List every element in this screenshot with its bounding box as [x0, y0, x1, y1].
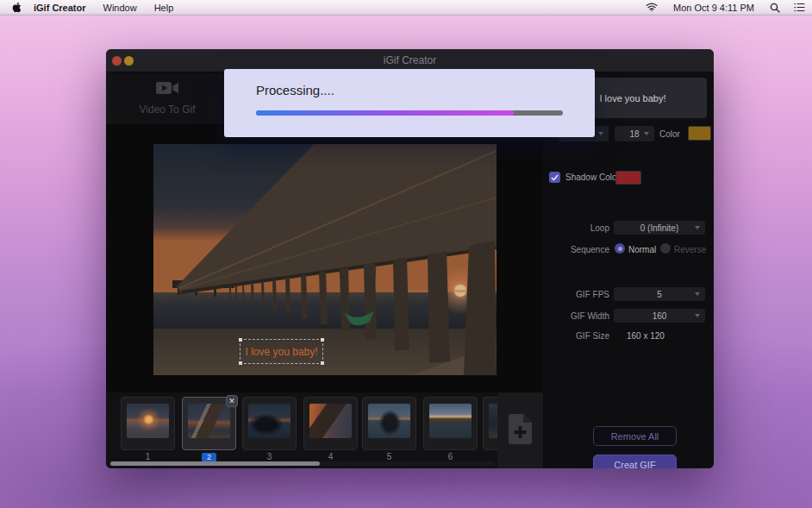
desktop: iGif Creator Window Help Mon Oct 9 4:11 …	[0, 0, 812, 508]
add-file-icon[interactable]	[509, 414, 532, 448]
progress-bar-track	[256, 110, 563, 116]
check-icon	[551, 174, 559, 181]
search-icon[interactable]	[770, 3, 780, 13]
frame-number: 4	[303, 452, 358, 461]
text-overlay-selection[interactable]: I love you baby!	[240, 339, 323, 364]
window-title: iGif Creator	[106, 54, 714, 66]
thumbnail-image	[368, 404, 410, 438]
thumbnail-image	[429, 404, 472, 438]
menu-app-name[interactable]: iGif Creator	[34, 3, 86, 13]
frame-number: 6	[423, 452, 478, 461]
thumbnail-image	[248, 404, 290, 438]
processing-dialog: Processing....	[224, 69, 595, 137]
frame-thumbnail-3[interactable]	[242, 397, 297, 450]
shadow-color-checkbox[interactable]	[549, 172, 560, 183]
menubar-clock[interactable]: Mon Oct 9 4:11 PM	[673, 3, 754, 13]
gif-width-value: 160	[653, 311, 667, 321]
menu-bar: iGif Creator Window Help Mon Oct 9 4:11 …	[0, 0, 812, 16]
chevron-down-icon	[695, 226, 700, 229]
frame-thumbnail-4[interactable]	[303, 397, 358, 450]
loop-value: 0 (Infinite)	[640, 223, 678, 233]
pier-sunset-photo	[153, 144, 497, 375]
selection-handle[interactable]	[321, 338, 324, 342]
color-label: Color	[659, 129, 680, 139]
menu-item-help[interactable]: Help	[154, 3, 174, 13]
thumbnail-image	[127, 404, 169, 438]
font-size-dropdown[interactable]: 18	[615, 126, 654, 141]
shadow-color-label: Shadow Color	[565, 172, 620, 182]
selection-handle[interactable]	[239, 361, 242, 365]
frame-number: 3	[242, 452, 297, 461]
sequence-reverse-label: Reverse	[674, 245, 706, 254]
notification-list-icon[interactable]	[794, 3, 805, 12]
create-gif-button[interactable]: Creat GIF	[593, 455, 677, 468]
sequence-normal-label: Normal	[628, 245, 656, 254]
gif-size-label: GIF Size	[569, 331, 609, 341]
menu-item-window[interactable]: Window	[103, 3, 137, 13]
add-frames-panel	[497, 392, 543, 468]
remove-all-button[interactable]: Remove All	[593, 426, 677, 446]
gif-width-dropdown[interactable]: 160	[614, 309, 705, 323]
gif-size-value: 160 x 120	[627, 331, 665, 341]
text-color-swatch[interactable]	[688, 126, 711, 141]
remove-frame-icon[interactable]: ✕	[226, 395, 238, 407]
gif-fps-label: GIF FPS	[572, 290, 609, 299]
loop-dropdown[interactable]: 0 (Infinite)	[614, 221, 705, 235]
wifi-icon[interactable]	[646, 3, 658, 12]
selection-handle[interactable]	[321, 361, 324, 365]
thumbnail-image	[309, 404, 352, 438]
preview-area: I love you baby!	[106, 124, 543, 392]
filmstrip-scrollbar-thumb[interactable]	[110, 461, 320, 466]
gif-fps-dropdown[interactable]: 5	[614, 287, 705, 301]
gif-fps-value: 5	[657, 290, 662, 299]
tab-video-to-gif[interactable]: Video To Gif	[111, 72, 223, 124]
chevron-down-icon	[695, 314, 700, 317]
chevron-down-icon	[598, 132, 603, 135]
frame-thumbnail-5[interactable]	[362, 397, 416, 450]
processing-message: Processing....	[256, 83, 334, 97]
progress-fill	[256, 110, 514, 116]
frame-number: 1	[121, 452, 175, 461]
sequence-label: Sequence	[569, 245, 609, 254]
preview-frame: I love you baby!	[153, 144, 497, 375]
thumbnail-image	[188, 404, 230, 438]
gif-width-label: GIF Width	[565, 311, 609, 321]
tab-video-to-gif-label: Video To Gif	[140, 103, 196, 116]
sequence-normal-radio[interactable]	[615, 243, 625, 254]
overlay-text: I love you baby!	[245, 346, 317, 358]
frame-thumbnail-6[interactable]	[423, 397, 478, 450]
video-camera-icon	[156, 81, 178, 98]
shadow-color-swatch[interactable]	[615, 171, 641, 185]
filmstrip-scrollbar-track[interactable]	[109, 461, 495, 466]
selection-handle[interactable]	[239, 338, 242, 342]
app-window: iGif Creator Video To Gif	[106, 49, 714, 468]
frame-thumbnail-2-selected[interactable]: ✕	[182, 397, 236, 450]
frame-number: 5	[362, 452, 416, 461]
apple-menu-icon[interactable]	[12, 2, 22, 13]
sequence-reverse-radio[interactable]	[660, 243, 671, 254]
font-size-value: 18	[629, 129, 639, 139]
chevron-down-icon	[644, 132, 649, 135]
loop-label: Loop	[579, 223, 609, 233]
chevron-down-icon	[695, 292, 700, 296]
frame-thumbnail-1[interactable]	[121, 397, 175, 450]
